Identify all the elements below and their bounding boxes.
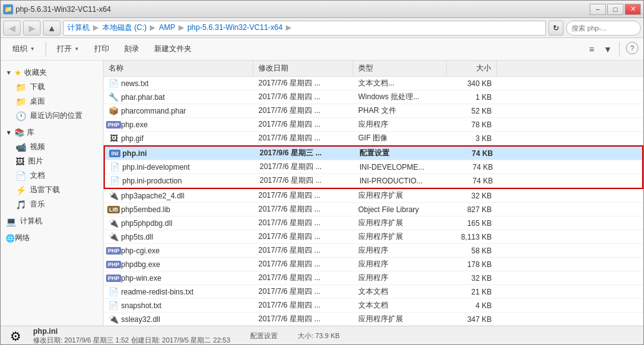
sidebar-item-thunder[interactable]: ⚡ 迅雷下载 bbox=[1, 183, 103, 197]
window-controls[interactable]: − □ ✕ bbox=[590, 4, 641, 15]
file-type-icon: 🔌 bbox=[109, 314, 119, 324]
file-name-text: php3apache2_4.dll bbox=[121, 192, 184, 200]
open-arrow: ▼ bbox=[74, 46, 79, 52]
sidebar-library-header[interactable]: ▼ 📚 库 bbox=[1, 125, 103, 140]
column-date-header[interactable]: 修改日期 bbox=[253, 61, 353, 76]
forward-button[interactable]: ▶ bbox=[23, 21, 41, 36]
status-type: 配置设置 bbox=[250, 331, 278, 341]
status-filename: php.ini bbox=[33, 327, 230, 336]
table-row[interactable]: 🔧 phar.phar.bat 2017/7/6 星期四 ... Windows… bbox=[104, 90, 643, 104]
downloads-label: 下载 bbox=[30, 82, 45, 92]
table-row[interactable]: 🔌 php5ts.dll 2017/7/6 星期四 ... 应用程序扩展 8,1… bbox=[104, 230, 643, 244]
help-button[interactable]: ? bbox=[626, 42, 638, 54]
cell-date: 2017/7/6 星期四 ... bbox=[253, 189, 353, 202]
table-row[interactable]: PHP php.exe 2017/7/6 星期四 ... 应用程序 78 KB bbox=[104, 118, 643, 132]
file-name-text: php-cgi.exe bbox=[121, 246, 160, 255]
table-row[interactable]: 🔌 php5phpdbg.dll 2017/7/6 星期四 ... 应用程序扩展… bbox=[104, 216, 643, 230]
cell-size: 52 KB bbox=[447, 105, 497, 117]
back-button[interactable]: ◀ bbox=[3, 21, 21, 36]
desktop-label: 桌面 bbox=[30, 96, 45, 107]
pictures-icon: 🖼 bbox=[16, 157, 24, 167]
open-button[interactable]: 打开 ▼ bbox=[50, 41, 86, 58]
cell-size: 74 KB bbox=[448, 148, 498, 159]
file-name-text: php.ini bbox=[122, 149, 147, 158]
breadcrumb[interactable]: 计算机 ▶ 本地磁盘 (C:) ▶ AMP ▶ php-5.6.31-Win32… bbox=[63, 21, 546, 36]
sidebar-item-video[interactable]: 📹 视频 bbox=[1, 140, 103, 154]
sidebar-item-recent[interactable]: 🕐 最近访问的位置 bbox=[1, 109, 103, 123]
file-type-icon: 📄 bbox=[109, 301, 119, 311]
cell-type: 文本文档 bbox=[353, 285, 447, 298]
organize-button[interactable]: 组织 ▼ bbox=[6, 41, 42, 58]
sidebar-item-docs[interactable]: 📄 文档 bbox=[1, 168, 103, 183]
cell-size: 340 KB bbox=[447, 78, 497, 89]
sidebar-item-network[interactable]: 🌐 网络 bbox=[1, 231, 103, 245]
sidebar-item-computer[interactable]: 💻 计算机 bbox=[1, 214, 103, 228]
file-name-text: php.exe bbox=[121, 120, 148, 129]
close-button[interactable]: ✕ bbox=[625, 4, 641, 15]
burn-label: 刻录 bbox=[124, 44, 139, 54]
file-name-text: readme-redist-bins.txt bbox=[121, 288, 193, 296]
cell-date: 2017/7/6 星期四 ... bbox=[253, 90, 353, 104]
main-layout: ▼ ★ 收藏夹 📁 下载 📁 桌面 🕐 最近访问的位置 ▼ 📚 库 bbox=[1, 61, 643, 326]
sidebar-item-desktop[interactable]: 📁 桌面 bbox=[1, 94, 103, 109]
minimize-button[interactable]: − bbox=[590, 4, 606, 15]
cell-name: INI php.ini bbox=[105, 147, 255, 160]
table-row[interactable]: 📄 news.txt 2017/7/6 星期四 ... 文本文档... 340 … bbox=[104, 77, 643, 90]
table-row[interactable]: 📦 pharcommand.phar 2017/7/6 星期四 ... PHAR… bbox=[104, 104, 643, 118]
print-button[interactable]: 打印 bbox=[87, 41, 116, 58]
music-label: 音乐 bbox=[30, 199, 45, 210]
view-arrow-button[interactable]: ▼ bbox=[600, 42, 615, 57]
search-input[interactable] bbox=[566, 21, 641, 36]
sidebar-item-downloads[interactable]: 📁 下载 bbox=[1, 80, 103, 94]
file-type-icon: 📄 bbox=[109, 287, 119, 297]
table-row[interactable]: INI php.ini 2017/9/6 星期三 ... 配置设置 74 KB bbox=[105, 147, 642, 160]
table-row[interactable]: 📄 readme-redist-bins.txt 2017/7/6 星期四 ..… bbox=[104, 285, 643, 299]
burn-button[interactable]: 刻录 bbox=[117, 41, 146, 58]
file-type-icon: INI bbox=[110, 148, 120, 158]
cell-name: 📄 news.txt bbox=[104, 77, 253, 90]
table-row[interactable]: 🔌 ssleay32.dll 2017/7/6 星期四 ... 应用程序扩展 3… bbox=[104, 313, 643, 326]
sidebar-favorites-header[interactable]: ▼ ★ 收藏夹 bbox=[1, 66, 103, 80]
sidebar-item-music[interactable]: 🎵 音乐 bbox=[1, 197, 103, 211]
organize-arrow: ▼ bbox=[30, 46, 35, 52]
file-type-icon: 🔧 bbox=[109, 92, 119, 102]
maximize-button[interactable]: □ bbox=[607, 4, 623, 15]
pictures-label: 图片 bbox=[28, 156, 43, 167]
file-name-text: ssleay32.dll bbox=[121, 315, 160, 324]
table-row[interactable]: 🖼 php.gif 2017/7/6 星期四 ... GIF 图像 3 KB bbox=[104, 132, 643, 145]
sidebar-item-pictures[interactable]: 🖼 图片 bbox=[1, 154, 103, 168]
folder-icon: 🕐 bbox=[16, 111, 26, 121]
table-row[interactable]: PHP php-win.exe 2017/7/6 星期四 ... 应用程序 32… bbox=[104, 271, 643, 285]
column-size-header[interactable]: 大小 bbox=[447, 61, 497, 76]
file-name-text: php5ts.dll bbox=[121, 233, 153, 241]
file-type-icon: 📄 bbox=[109, 79, 119, 89]
cell-name: PHP phpdbg.exe bbox=[104, 258, 253, 271]
file-type-icon: 📦 bbox=[109, 106, 119, 116]
column-name-header[interactable]: 名称 bbox=[104, 61, 253, 76]
table-row[interactable]: 🔌 php3apache2_4.dll 2017/7/6 星期四 ... 应用程… bbox=[104, 189, 643, 203]
cell-size: 165 KB bbox=[447, 218, 497, 229]
video-icon: 📹 bbox=[16, 142, 26, 152]
table-row[interactable]: 📄 php.ini-development 2017/7/6 星期四 ... I… bbox=[105, 160, 642, 174]
recent-label: 最近访问的位置 bbox=[30, 110, 82, 121]
file-name-text: snapshot.txt bbox=[121, 301, 162, 310]
library-icon: 📚 bbox=[14, 128, 24, 137]
column-type-header[interactable]: 类型 bbox=[353, 61, 447, 76]
new-folder-button[interactable]: 新建文件夹 bbox=[147, 41, 198, 58]
sidebar: ▼ ★ 收藏夹 📁 下载 📁 桌面 🕐 最近访问的位置 ▼ 📚 库 bbox=[1, 61, 104, 326]
table-row[interactable]: PHP php-cgi.exe 2017/7/6 星期四 ... 应用程序 58… bbox=[104, 244, 643, 258]
refresh-button[interactable]: ↻ bbox=[549, 21, 564, 36]
music-icon: 🎵 bbox=[16, 200, 26, 210]
file-rows-container: 📄 news.txt 2017/7/6 星期四 ... 文本文档... 340 … bbox=[104, 77, 643, 326]
view-list-button[interactable]: ≡ bbox=[584, 42, 599, 57]
cell-name: 🔧 phar.phar.bat bbox=[104, 91, 253, 104]
cell-name: 📄 readme-redist-bins.txt bbox=[104, 286, 253, 298]
table-row[interactable]: 📄 php.ini-production 2017/7/6 星期四 ... IN… bbox=[105, 174, 642, 188]
table-row[interactable]: PHP phpdbg.exe 2017/7/6 星期四 ... 应用程序 178… bbox=[104, 258, 643, 271]
cell-date: 2017/7/6 星期四 ... bbox=[253, 299, 353, 312]
cell-name: 🔌 php3apache2_4.dll bbox=[104, 190, 253, 202]
up-button[interactable]: ▲ bbox=[43, 21, 61, 36]
table-row[interactable]: LIB php5embed.lib 2017/7/6 星期四 ... Objec… bbox=[104, 203, 643, 216]
table-row[interactable]: 📄 snapshot.txt 2017/7/6 星期四 ... 文本文档 4 K… bbox=[104, 299, 643, 313]
file-list: 名称 修改日期 类型 大小 📄 news.txt 2017/7/6 星期四 ..… bbox=[104, 61, 643, 326]
